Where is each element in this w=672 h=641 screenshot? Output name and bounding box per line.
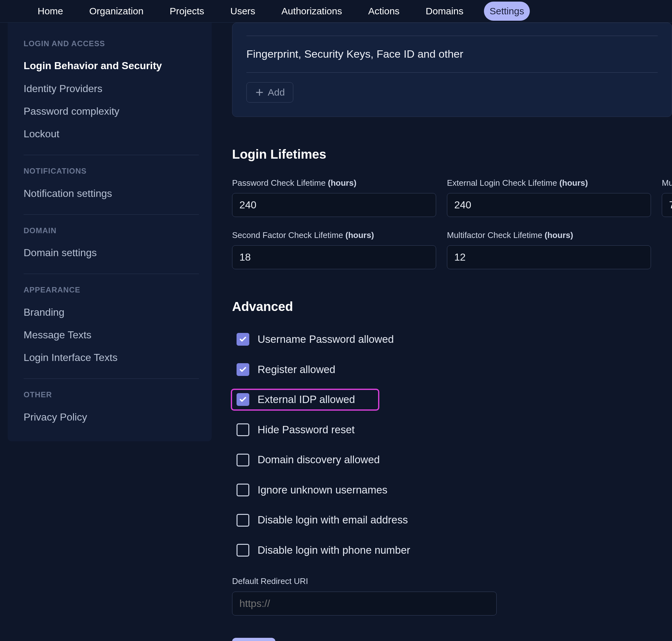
check-icon [239,366,247,373]
top-nav: HomeOrganizationProjectsUsersAuthorizati… [0,0,672,23]
field-label: Second Factor Check Lifetime (hours) [232,230,436,241]
nav-settings[interactable]: Settings [484,2,530,21]
nav-organization[interactable]: Organization [83,2,149,21]
checkbox-username-password-allowed[interactable]: Username Password allowed [232,330,672,349]
sidebar-group-label: NOTIFICATIONS [24,166,199,176]
lifetime-input[interactable] [232,245,436,269]
sidebar-group-label: APPEARANCE [24,285,199,295]
checkbox-disable-login-with-email-address[interactable]: Disable login with email address [232,510,672,530]
sidebar-item-password-complexity[interactable]: Password complexity [24,100,199,123]
section-login-lifetimes: Login Lifetimes [232,146,672,163]
field-label: Multifactor Check Lifetime (hours) [447,230,651,241]
checkbox-box [237,483,249,496]
mfa-method-line: Fingerprint, Security Keys, Face ID and … [246,36,658,72]
checkbox-disable-login-with-phone-number[interactable]: Disable login with phone number [232,541,672,560]
check-icon [239,336,247,343]
lifetimes-grid: Password Check Lifetime (hours)External … [232,177,672,269]
sidebar-group-label: LOGIN AND ACCESS [24,39,199,49]
field-label: External Login Check Lifetime (hours) [447,177,651,189]
checkbox-register-allowed[interactable]: Register allowed [232,360,672,379]
nav-authorizations[interactable]: Authorizations [276,2,348,21]
nav-actions[interactable]: Actions [362,2,405,21]
checkbox-box [237,514,249,527]
sidebar-group-label: DOMAIN [24,226,199,236]
redirect-uri-label: Default Redirect URI [232,576,497,587]
checkbox-box [237,333,249,346]
checkbox-label: External IDP allowed [258,393,355,407]
checkbox-box [237,454,249,466]
check-icon [239,396,247,403]
field-label: Multifac [662,177,672,189]
checkbox-label: Ignore unknown usernames [258,483,387,497]
settings-sidebar: LOGIN AND ACCESSLogin Behavior and Secur… [8,23,212,441]
lifetime-input[interactable] [232,193,436,217]
sidebar-item-domain-settings[interactable]: Domain settings [24,242,199,264]
sidebar-item-message-texts[interactable]: Message Texts [24,324,199,346]
nav-home[interactable]: Home [32,2,69,21]
checkbox-label: Hide Password reset [258,423,354,437]
lifetime-field: Second Factor Check Lifetime (hours) [232,230,436,269]
sidebar-item-lockout[interactable]: Lockout [24,123,199,145]
sidebar-item-privacy-policy[interactable]: Privacy Policy [24,406,199,428]
save-button[interactable]: Save [232,638,275,641]
mfa-card: Fingerprint, Security Keys, Face ID and … [232,23,672,117]
checkbox-ignore-unknown-usernames[interactable]: Ignore unknown usernames [232,480,672,500]
checkbox-box [237,544,249,557]
lifetime-input[interactable] [447,245,651,269]
nav-domains[interactable]: Domains [420,2,469,21]
add-button-label: Add [268,87,285,98]
field-label: Password Check Lifetime (hours) [232,177,436,189]
sidebar-group-label: OTHER [24,390,199,400]
divider [24,155,199,155]
lifetime-field: External Login Check Lifetime (hours) [447,177,651,217]
checkbox-box [237,363,249,376]
checkbox-label: Disable login with phone number [258,543,410,558]
plus-icon [255,88,264,97]
nav-users[interactable]: Users [225,2,261,21]
redirect-uri-input[interactable] [232,591,497,615]
sidebar-item-login-behavior-and-security[interactable]: Login Behavior and Security [24,54,199,77]
checkbox-external-idp-allowed[interactable]: External IDP allowed [232,390,378,409]
checkbox-label: Register allowed [258,363,335,377]
checkbox-hide-password-reset[interactable]: Hide Password reset [232,420,672,440]
checkbox-domain-discovery-allowed[interactable]: Domain discovery allowed [232,450,672,469]
lifetime-input[interactable] [662,193,672,217]
checkbox-label: Domain discovery allowed [258,453,380,467]
nav-projects[interactable]: Projects [164,2,210,21]
checkbox-box [237,393,249,406]
checkbox-box [237,423,249,436]
sidebar-item-identity-providers[interactable]: Identity Providers [24,78,199,100]
lifetime-field: Multifactor Check Lifetime (hours) [447,230,651,269]
sidebar-item-login-interface-texts[interactable]: Login Interface Texts [24,346,199,369]
lifetime-input[interactable] [447,193,651,217]
divider [24,274,199,274]
checkbox-label: Disable login with email address [258,513,408,527]
advanced-checklist: Username Password allowedRegister allowe… [232,330,672,560]
section-advanced: Advanced [232,298,672,315]
main-content: Fingerprint, Security Keys, Face ID and … [219,23,672,641]
sidebar-item-notification-settings[interactable]: Notification settings [24,182,199,205]
divider [24,379,199,379]
sidebar-item-branding[interactable]: Branding [24,301,199,324]
redirect-uri-field: Default Redirect URI [232,576,497,615]
checkbox-label: Username Password allowed [258,332,394,346]
lifetime-field: Password Check Lifetime (hours) [232,177,436,217]
add-button[interactable]: Add [246,82,293,103]
lifetime-field: Multifac [662,177,672,217]
